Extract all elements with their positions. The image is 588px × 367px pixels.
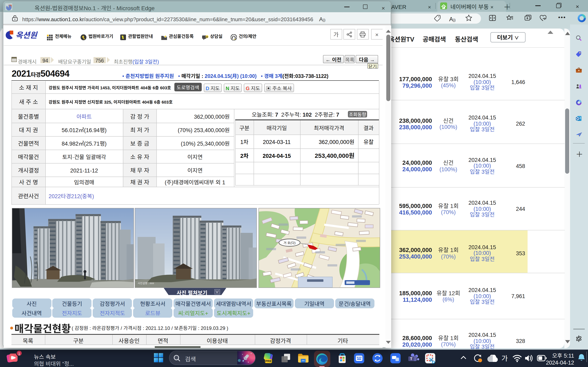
svg-text:PRE: PRE <box>265 359 272 363</box>
svg-text:거 호(다): 거 호(다) <box>283 240 295 245</box>
svg-text:옥션원: 옥션원 <box>15 30 38 39</box>
svg-text:T: T <box>410 357 412 361</box>
svg-text:사진설명 : ###: 사진설명 : ### <box>138 281 154 285</box>
